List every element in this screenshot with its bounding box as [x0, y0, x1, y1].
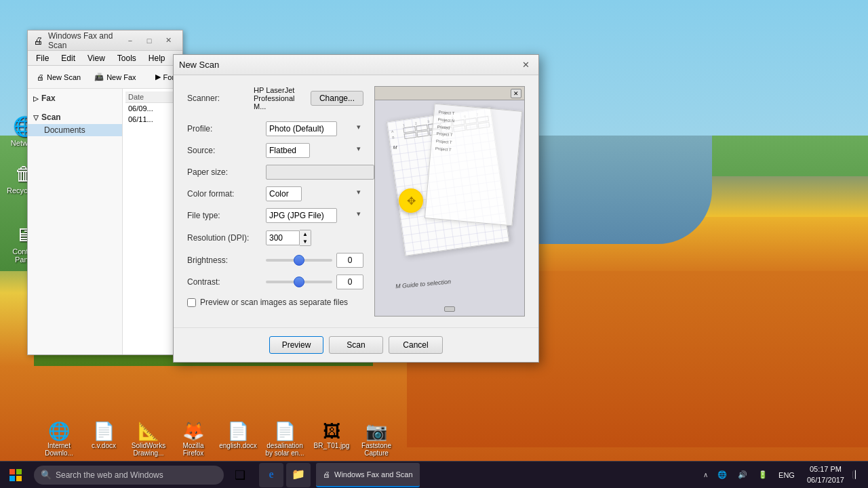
brightness-thumb[interactable] — [294, 255, 304, 266]
brightness-slider-container — [266, 253, 332, 267]
taskbar-open-windows: 🖨 Windows Fax and Scan — [316, 463, 420, 487]
dialog-title: New Scan — [179, 60, 518, 70]
start-button[interactable] — [0, 462, 31, 489]
scanner-value: HP LaserJet Professional M... — [254, 86, 305, 110]
desktop-icon-word-cv[interactable]: 📄 c.v.docx — [85, 421, 122, 457]
menu-view[interactable]: View — [82, 52, 111, 64]
brightness-label: Brightness: — [187, 256, 262, 265]
tray-lang[interactable]: ENG — [774, 468, 799, 482]
brightness-value-input[interactable]: 0 — [336, 253, 363, 268]
taskbar-search[interactable]: 🔍 Search the web and Windows — [34, 466, 224, 485]
paper-size-row: Paper size: — [187, 165, 363, 180]
new-fax-icon: 📠 — [94, 73, 104, 81]
file-type-label: File type: — [187, 211, 262, 220]
taskbar-fax-scan[interactable]: 🖨 Windows Fax and Scan — [316, 463, 420, 487]
resolution-label: Resolution (DPI): — [187, 233, 262, 243]
sidebar-documents[interactable]: Documents — [28, 124, 122, 136]
source-select-wrapper: Flatbed — [266, 143, 363, 158]
sidebar-scan-header[interactable]: ▽ Scan — [28, 110, 122, 124]
tray-clock[interactable]: 05:17 PM 06/17/2017 — [802, 463, 850, 487]
paper-size-input[interactable] — [266, 165, 374, 180]
desktop-icon-firefox[interactable]: 🦊 Mozilla Firefox — [175, 421, 212, 457]
fax-scan-content: ▷ Fax ▽ Scan Documents Date — [28, 89, 182, 354]
tray-volume-icon[interactable]: 🔊 — [734, 468, 751, 482]
source-select[interactable]: Flatbed — [266, 143, 310, 158]
toolbar-new-scan[interactable]: 🖨 New Scan — [31, 68, 87, 87]
fax-scan-menu: File Edit View Tools Help — [28, 51, 182, 66]
fax-scan-window-controls: − □ ✕ — [121, 34, 177, 47]
content-header: Date — [125, 92, 180, 103]
dialog-body: Scanner: HP LaserJet Professional M... C… — [174, 75, 538, 327]
sidebar-fax-header[interactable]: ▷ Fax — [28, 92, 122, 105]
taskbar-pinned-apps: e 📁 — [259, 463, 311, 487]
svg-rect-3 — [16, 476, 22, 481]
resolution-input[interactable]: 300 — [266, 230, 300, 245]
profile-select[interactable]: Photo (Default) — [266, 121, 337, 136]
preview-button[interactable]: Preview — [269, 336, 323, 354]
close-button[interactable]: ✕ — [159, 34, 177, 47]
resolution-down-button[interactable]: ▼ — [300, 238, 311, 245]
fax-arrow-icon: ▷ — [33, 95, 39, 102]
paper-size-label: Paper size: — [187, 167, 262, 177]
desktop-icon-desalination[interactable]: 📄 desalination by solar en... — [264, 421, 305, 457]
new-scan-icon: 🖨 — [37, 73, 44, 81]
color-format-label: Color format: — [187, 189, 262, 199]
contrast-track — [266, 281, 332, 283]
fax-scan-window-title: Windows Fax and Scan — [48, 31, 121, 50]
toolbar-new-fax[interactable]: 📠 New Fax — [88, 68, 142, 87]
tray-show-desktop-button[interactable]: ▏ — [852, 470, 863, 479]
scanner-label: Scanner: — [187, 94, 248, 103]
fax-scan-taskbar-label: Windows Fax and Scan — [334, 470, 413, 479]
menu-help[interactable]: Help — [143, 52, 171, 64]
cursor-indicator — [399, 188, 423, 213]
desktop: 🗑 Recycle Bi 🖥 Control Panel 🌐 Network 🖨… — [0, 0, 868, 488]
desktop-icon-faststone[interactable]: 📷 Faststone Capture — [358, 421, 395, 457]
sidebar-scan-section: ▽ Scan Documents — [28, 108, 122, 139]
scan-arrow-icon: ▽ — [33, 114, 39, 121]
separate-files-checkbox[interactable] — [187, 298, 196, 307]
desktop-icon-ie[interactable]: 🌐 Internet Downlo... — [41, 421, 77, 457]
menu-edit[interactable]: Edit — [56, 52, 81, 64]
preview-close-button[interactable]: ✕ — [511, 89, 521, 98]
desktop-icon-word-english[interactable]: 📄 english.docx — [220, 421, 256, 457]
search-icon: 🔍 — [41, 470, 52, 480]
tray-time-text: 05:17 PM — [807, 464, 844, 474]
fax-scan-titlebar: 🖨 Windows Fax and Scan − □ ✕ — [28, 30, 182, 51]
resolution-control: 300 ▲ ▼ — [266, 230, 311, 246]
content-item-1[interactable]: 06/11... — [125, 114, 180, 125]
separate-files-label[interactable]: Preview or scan images as separate files — [200, 298, 348, 307]
contrast-value-input[interactable]: 0 — [336, 274, 363, 289]
preview-bottom-handle[interactable] — [444, 306, 455, 312]
resolution-row: Resolution (DPI): 300 ▲ ▼ — [187, 230, 363, 246]
task-view-icon: ❑ — [235, 468, 245, 483]
content-item-0[interactable]: 06/09... — [125, 103, 180, 114]
scan-button[interactable]: Scan — [329, 336, 383, 354]
taskbar-file-explorer[interactable]: 📁 — [286, 463, 311, 487]
cancel-button[interactable]: Cancel — [389, 336, 443, 354]
maximize-button[interactable]: □ — [140, 34, 158, 47]
file-type-select[interactable]: JPG (JPG File) — [266, 208, 337, 223]
forward-icon: ▶ — [155, 73, 161, 81]
desktop-icon-br[interactable]: 🖼 BR_T01.jpg — [313, 421, 350, 457]
tray-battery-icon[interactable]: 🔋 — [754, 468, 772, 482]
desktop-icon-solidworks[interactable]: 📐 SolidWorks Drawing... — [130, 421, 167, 457]
dialog-close-button[interactable]: ✕ — [518, 58, 533, 73]
source-row: Source: Flatbed — [187, 143, 363, 158]
menu-tools[interactable]: Tools — [112, 52, 142, 64]
preview-top-bar: ✕ — [375, 87, 524, 100]
taskbar-ie[interactable]: e — [259, 463, 283, 487]
task-view-button[interactable]: ❑ — [228, 463, 252, 487]
tray-network-icon[interactable]: 🌐 — [713, 468, 731, 482]
color-format-select[interactable]: Color — [266, 186, 302, 201]
sidebar-fax-section: ▷ Fax — [28, 89, 122, 108]
brightness-row: Brightness: 0 — [187, 253, 363, 268]
tray-show-hidden-button[interactable]: ∧ — [701, 468, 711, 481]
change-scanner-button[interactable]: Change... — [311, 91, 363, 106]
menu-file[interactable]: File — [31, 52, 54, 64]
minimize-button[interactable]: − — [121, 34, 139, 47]
contrast-thumb[interactable] — [294, 277, 304, 287]
fax-scan-window: 🖨 Windows Fax and Scan − □ ✕ File Edit V… — [27, 30, 183, 355]
resolution-up-button[interactable]: ▲ — [300, 230, 311, 238]
brightness-track — [266, 259, 332, 262]
second-document: Project T Project N Printed Project T Pr… — [425, 104, 522, 226]
